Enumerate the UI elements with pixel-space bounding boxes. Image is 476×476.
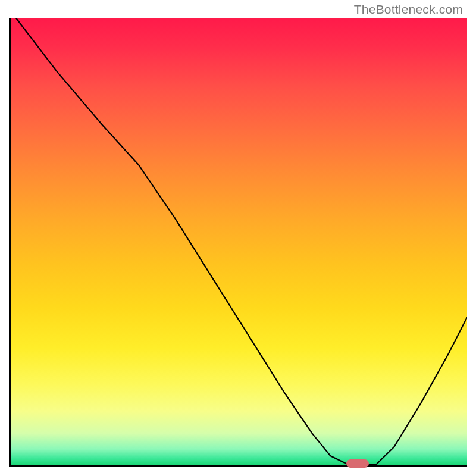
chart-curve-svg: [11, 18, 467, 465]
chart-optimum-marker: [346, 459, 369, 468]
watermark-text: TheBottleneck.com: [354, 2, 463, 17]
chart-curve: [16, 18, 467, 465]
